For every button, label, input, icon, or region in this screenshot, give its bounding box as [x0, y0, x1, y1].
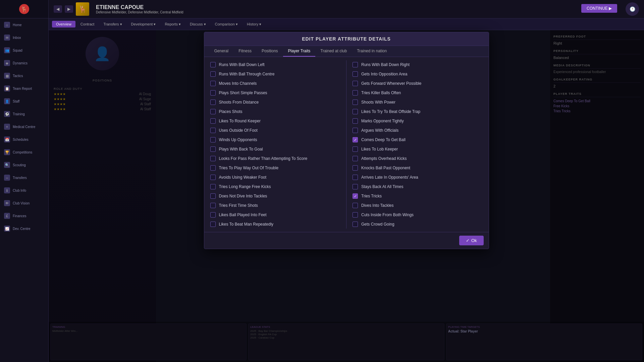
- sidebar-item-medical_centre[interactable]: +Medical Centre: [0, 120, 48, 133]
- sidebar-item-inbox[interactable]: ✉Inbox: [0, 31, 48, 44]
- checkbox-looks_for_pass: [210, 156, 216, 161]
- trait-item-comes_deep_to_get_ball[interactable]: Comes Deep To Get Ball: [350, 135, 485, 144]
- navtab-discuss-[interactable]: Discuss ▾: [186, 21, 210, 28]
- navtab-reports-[interactable]: Reports ▾: [161, 21, 185, 28]
- checkbox-tries_long_range_free_kicks: [210, 184, 216, 189]
- navtab-development-[interactable]: Development ▾: [127, 21, 160, 28]
- checkbox-tries_first_time_shots: [210, 203, 216, 208]
- trait-item-likes_to_round_keeper[interactable]: Likes To Round Keeper: [208, 117, 343, 125]
- trait-label-tries_killer_balls_often: Tries Killer Balls Often: [361, 90, 401, 95]
- modal-tab-trained_at_club[interactable]: Trained at club: [315, 46, 352, 57]
- trait-label-tries_first_time_shots: Tries First Time Shots: [219, 203, 258, 208]
- trait-label-gets_forward_whenever_possible: Gets Forward Whenever Possible: [361, 81, 421, 86]
- sidebar-item-finances[interactable]: £Finances: [0, 209, 48, 222]
- trait-item-tries_first_time_shots[interactable]: Tries First Time Shots: [208, 201, 343, 210]
- trait-item-gets_forward_whenever_possible[interactable]: Gets Forward Whenever Possible: [350, 79, 485, 88]
- trait-item-runs_ball_through_centre[interactable]: Runs With Ball Through Centre: [208, 70, 343, 78]
- sidebar-icon-transfers: ↔: [4, 175, 10, 181]
- sidebar-item-dev_centre[interactable]: 📈Dev. Centre: [0, 222, 48, 235]
- trait-item-arrives_late_in_opponents_area[interactable]: Arrives Late In Opponents' Area: [350, 173, 485, 182]
- sidebar-label-tactics: Tactics: [13, 74, 23, 78]
- sidebar-item-club_info[interactable]: ℹClub Info: [0, 184, 48, 197]
- modal-tab-general[interactable]: General: [209, 46, 234, 57]
- sidebar-item-competitions[interactable]: 🏆Competitions: [0, 146, 48, 159]
- sidebar-item-team_report[interactable]: 📋Team Report: [0, 82, 48, 95]
- trait-item-winds_up_opponents[interactable]: Winds Up Opponents: [208, 135, 343, 144]
- sidebar-icon-club_info: ℹ: [4, 187, 10, 193]
- checkbox-likes_to_lob_keeper: [353, 146, 358, 152]
- trait-item-likes_to_try_beat_offside_trap[interactable]: Likes To Try To Beat Offside Trap: [350, 107, 485, 116]
- trait-item-runs_ball_down_right[interactable]: Runs With Ball Down Right: [350, 60, 485, 69]
- trait-item-dives_into_tackles[interactable]: Dives Into Tackles: [350, 201, 485, 210]
- trait-label-runs_ball_through_centre: Runs With Ball Through Centre: [219, 72, 275, 76]
- trait-item-likes_to_beat_man_repeatedly[interactable]: Likes To Beat Man Repeatedly: [208, 220, 343, 229]
- forward-button[interactable]: ▶: [65, 5, 73, 13]
- sidebar-item-scouting[interactable]: 🔍Scouting: [0, 159, 48, 171]
- trait-label-uses_outside_of_foot: Uses Outside Of Foot: [219, 128, 258, 133]
- modal-title: EDIT PLAYER ATTRIBUTE DETAILS: [204, 32, 489, 46]
- trait-item-places_shots[interactable]: Places Shots: [208, 107, 343, 116]
- trait-item-likes_to_lob_keeper[interactable]: Likes To Lob Keeper: [350, 145, 485, 154]
- trait-label-shoots_with_power: Shoots With Power: [361, 100, 395, 105]
- trait-label-likes_to_lob_keeper: Likes To Lob Keeper: [361, 147, 398, 152]
- sidebar-item-home[interactable]: ⌂Home: [0, 18, 48, 31]
- clock-icon: 🕐: [626, 2, 639, 16]
- trait-item-tries_long_range_free_kicks[interactable]: Tries Long Range Free Kicks: [208, 182, 343, 191]
- sidebar-item-tactics[interactable]: ▦Tactics: [0, 69, 48, 82]
- trait-item-likes_ball_played_into_feet[interactable]: Likes Ball Played Into Feet: [208, 210, 343, 219]
- navtab-comparison-[interactable]: Comparison ▾: [211, 21, 242, 28]
- sidebar-icon-inbox: ✉: [4, 35, 10, 41]
- sidebar-label-staff: Staff: [13, 100, 19, 103]
- navtab-transfers-[interactable]: Transfers ▾: [99, 21, 126, 28]
- trait-item-avoids_using_weaker_foot[interactable]: Avoids Using Weaker Foot: [208, 173, 343, 182]
- trait-item-argues_with_officials[interactable]: Argues With Officials: [350, 126, 485, 135]
- sidebar-icon-tactics: ▦: [4, 73, 10, 79]
- sidebar-item-dynamics[interactable]: ◈Dynamics: [0, 57, 48, 69]
- sidebar-item-squad[interactable]: 👥Squad: [0, 44, 48, 57]
- trait-label-marks_opponent_tightly: Marks Opponent Tightly: [361, 119, 404, 123]
- modal-tab-player_traits[interactable]: Player Traits: [283, 46, 316, 57]
- trait-item-tries_to_play_way_out[interactable]: Tries To Play Way Out Of Trouble: [208, 164, 343, 172]
- trait-item-plays_short_simple_passes[interactable]: Plays Short Simple Passes: [208, 88, 343, 97]
- modal-tab-positions[interactable]: Positions: [257, 46, 283, 57]
- sidebar-icon-competitions: 🏆: [4, 149, 10, 155]
- sidebar-label-scouting: Scouting: [13, 163, 26, 167]
- trait-item-tries_killer_balls_often[interactable]: Tries Killer Balls Often: [350, 88, 485, 97]
- trait-item-plays_with_back_to_goal[interactable]: Plays With Back To Goal: [208, 145, 343, 154]
- navtab-contract[interactable]: Contract: [76, 21, 99, 27]
- trait-item-cuts_inside_from_both_wings[interactable]: Cuts Inside From Both Wings: [350, 210, 485, 219]
- modal-tabs: GeneralFitnessPositionsPlayer TraitsTrai…: [204, 46, 489, 57]
- modal-tab-trained_in_nation[interactable]: Trained in nation: [352, 46, 392, 57]
- trait-item-gets_crowd_going[interactable]: Gets Crowd Going: [350, 220, 485, 229]
- trait-item-looks_for_pass[interactable]: Looks For Pass Rather Than Attempting To…: [208, 154, 343, 163]
- trait-item-uses_outside_of_foot[interactable]: Uses Outside Of Foot: [208, 126, 343, 135]
- back-button[interactable]: ◀: [54, 5, 62, 13]
- trait-item-shoots_with_power[interactable]: Shoots With Power: [350, 98, 485, 107]
- sidebar-item-schedules[interactable]: 📅Schedules: [0, 133, 48, 146]
- trait-item-knocks_ball_past_opponent[interactable]: Knocks Ball Past Opponent: [350, 164, 485, 172]
- trait-item-attempts_overhead_kicks[interactable]: Attempts Overhead Kicks: [350, 154, 485, 163]
- trait-item-moves_into_channels[interactable]: Moves Into Channels: [208, 79, 343, 88]
- sidebar-label-finances: Finances: [13, 214, 26, 218]
- left-traits-column: Runs With Ball Down LeftRuns With Ball T…: [208, 60, 343, 229]
- trait-item-marks_opponent_tightly[interactable]: Marks Opponent Tightly: [350, 117, 485, 125]
- sidebar-item-staff[interactable]: 👤Staff: [0, 95, 48, 108]
- trait-label-likes_to_round_keeper: Likes To Round Keeper: [219, 119, 261, 123]
- trait-item-stays_back_at_all_times[interactable]: Stays Back At All Times: [350, 182, 485, 191]
- trait-item-does_not_dive_into_tackles[interactable]: Does Not Dive Into Tackles: [208, 192, 343, 200]
- trait-item-runs_ball_down_left[interactable]: Runs With Ball Down Left: [208, 60, 343, 69]
- trait-item-tries_tricks[interactable]: Tries Tricks: [350, 192, 485, 200]
- sidebar-icon-team_report: 📋: [4, 85, 10, 92]
- sidebar-item-club_vision[interactable]: 👁Club Vision: [0, 197, 48, 209]
- sidebar-label-club_vision: Club Vision: [13, 201, 30, 205]
- sidebar-item-transfers[interactable]: ↔Transfers: [0, 171, 48, 184]
- navtab-history-[interactable]: History ▾: [243, 21, 265, 28]
- modal-tab-fitness[interactable]: Fitness: [233, 46, 257, 57]
- sidebar-item-training[interactable]: ⚽Training: [0, 108, 48, 120]
- continue-button[interactable]: CONTINUE ▶: [581, 4, 617, 13]
- trait-item-shoots_from_distance[interactable]: Shoots From Distance: [208, 98, 343, 107]
- navtab-overview[interactable]: Overview: [52, 21, 75, 27]
- trait-item-gets_into_opposition_area[interactable]: Gets Into Opposition Area: [350, 70, 485, 78]
- trait-label-comes_deep_to_get_ball: Comes Deep To Get Ball: [361, 137, 406, 142]
- ok-button[interactable]: ✓ Ok: [459, 236, 484, 245]
